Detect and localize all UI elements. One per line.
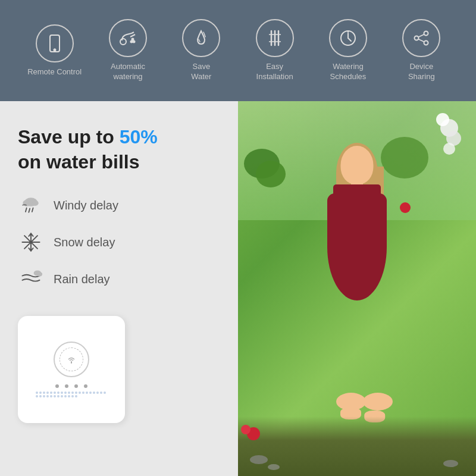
svg-line-14: [348, 38, 351, 41]
rock-2: [268, 464, 280, 470]
device-bottom-pattern: [36, 392, 107, 397]
svg-point-18: [424, 41, 428, 45]
svg-point-6: [130, 41, 132, 43]
girl-leg-right: [363, 393, 393, 411]
svg-point-4: [131, 39, 133, 40]
windy-delay-item: Windy delay: [18, 192, 220, 218]
svg-point-23: [32, 201, 39, 206]
svg-point-17: [415, 36, 419, 40]
automatic-watering-label: Automaticwatering: [111, 62, 145, 82]
save-water-icon-circle: [182, 19, 220, 57]
tools-icon: [265, 29, 284, 48]
svg-line-25: [29, 209, 30, 212]
easy-installation-label: EasyInstallation: [256, 62, 293, 82]
flower-in-hand: [400, 202, 411, 213]
rain-delay-label: Rain delay: [54, 273, 110, 286]
wifi-icon: [65, 353, 77, 365]
feature-device-sharing: DeviceSharing: [389, 19, 454, 82]
feature-easy-installation: EasyInstallation: [242, 19, 308, 82]
headline-suffix: on water bills: [18, 151, 139, 173]
top-features-bar: Remote Control Automaticwatering SaveWat: [0, 0, 476, 101]
bush-left-2: [256, 161, 286, 187]
control-dot-4: [84, 384, 87, 388]
device-controls: [55, 384, 87, 388]
svg-point-5: [133, 41, 134, 43]
save-water-label: SaveWater: [191, 62, 211, 82]
snow-delay-item: Snow delay: [18, 229, 220, 255]
right-panel-image: [238, 101, 476, 476]
control-dot-3: [74, 384, 78, 388]
feature-save-water: SaveWater: [168, 19, 234, 82]
svg-point-16: [424, 32, 428, 36]
rain-delay-item: Rain delay: [18, 266, 220, 292]
rock-3: [443, 460, 458, 467]
girl-figure: [298, 143, 416, 428]
water-drop-icon: [192, 29, 211, 48]
feature-remote-control: Remote Control: [22, 24, 87, 77]
automatic-watering-icon-circle: [109, 19, 147, 57]
feature-automatic-watering: Automaticwatering: [95, 19, 161, 82]
watering-can-icon: [118, 29, 137, 48]
headline-prefix: Save up to: [18, 126, 120, 148]
svg-line-24: [26, 208, 27, 212]
flower-red-2: [241, 425, 250, 434]
main-content: Save up to 50% on water bills: [0, 101, 476, 476]
easy-installation-icon-circle: [256, 19, 294, 57]
watering-schedules-label: WateringSchedules: [330, 62, 367, 82]
svg-point-22: [23, 200, 30, 206]
svg-point-3: [120, 39, 126, 45]
svg-point-36: [37, 272, 42, 276]
rock-1: [250, 455, 268, 464]
snow-delay-label: Snow delay: [54, 236, 115, 249]
svg-line-26: [32, 208, 33, 212]
device-image: [18, 316, 125, 423]
device-sharing-label: DeviceSharing: [408, 62, 435, 82]
weather-features-list: Windy delay: [18, 192, 220, 292]
girl-dress-body: [327, 193, 387, 300]
device-knob: [54, 342, 89, 377]
device-sharing-icon-circle: [402, 19, 440, 57]
control-dot-2: [65, 384, 68, 388]
svg-point-2: [54, 49, 55, 51]
svg-line-19: [418, 35, 424, 37]
watering-schedules-icon-circle: [329, 19, 367, 57]
phone-icon: [45, 34, 64, 53]
girl-face: [341, 146, 374, 184]
headline-percent: 50%: [120, 126, 158, 148]
control-dot-1: [55, 384, 59, 388]
snow-delay-icon: [18, 229, 44, 255]
device-knob-inner: [60, 347, 83, 371]
feature-watering-schedules: WateringSchedules: [315, 19, 381, 82]
svg-line-20: [418, 39, 424, 42]
share-icon: [412, 29, 431, 48]
rain-delay-icon: [18, 266, 44, 292]
windy-delay-label: Windy delay: [54, 199, 118, 212]
windy-delay-icon: [18, 192, 44, 218]
headline-text: Save up to 50% on water bills: [18, 125, 220, 174]
clock-icon: [339, 29, 358, 48]
remote-control-icon-circle: [36, 24, 74, 62]
remote-control-label: Remote Control: [27, 67, 82, 77]
left-panel: Save up to 50% on water bills: [0, 101, 238, 476]
